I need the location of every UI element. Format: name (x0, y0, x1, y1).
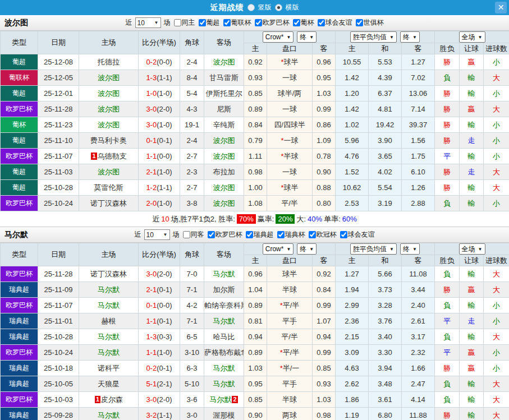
match-date: 25-11-03 (38, 164, 79, 180)
goals-result-cell: 大 (484, 282, 509, 298)
goals-result-cell: 小 (484, 117, 509, 133)
match-date: 25-10-28 (38, 329, 79, 345)
league-badge: 葡超 (1, 133, 38, 149)
match-date: 25-12-01 (38, 86, 79, 101)
league-checkbox-label: 葡杯 (301, 18, 314, 27)
odds-stage-select[interactable]: 终▼ (297, 31, 317, 43)
avg-draw-odds: 5.53 (369, 54, 402, 70)
handicap: 一球 (267, 70, 313, 86)
league-checkbox-label: 欧罗巴杯 (263, 18, 290, 27)
fulltime-score: 1-0 (146, 89, 157, 98)
score-cell: 1-3(1-1) (139, 70, 180, 86)
matches-table: 类型日期主场比分(半场)角球客场Crow*▼终▼胜平负均值▼终▼全场▼主盘口客主… (0, 243, 509, 420)
away-team: 布拉加 (204, 164, 244, 180)
league-checkbox[interactable] (356, 19, 363, 26)
league-checkbox-label: 世俱杯 (364, 18, 384, 27)
match-date: 25-09-28 (38, 408, 79, 420)
avg-type-select[interactable]: 胜平负均值▼ (350, 31, 397, 43)
result-cell: 負 (435, 70, 460, 86)
league-checkbox[interactable] (340, 231, 347, 238)
avg-away-odds: 1.26 (402, 180, 435, 196)
league-checkbox[interactable] (199, 19, 206, 26)
avg-home-odds: 1.02 (336, 117, 369, 133)
team-name-text: 波尔图 (213, 199, 235, 207)
score-cell: 1-1(0-1) (139, 313, 180, 329)
avg-draw-odds: 3.48 (369, 376, 402, 392)
handicap-result-cell: 輸 (460, 376, 484, 392)
league-checkbox[interactable] (255, 19, 262, 26)
goals-result-cell: 大 (484, 164, 509, 180)
single-rate-label: 单率: (324, 214, 341, 224)
match-date: 25-10-28 (38, 180, 79, 196)
league-badge: 欧罗巴杯 (1, 298, 38, 313)
col-header-corner: 角球 (180, 31, 204, 54)
match-count-select[interactable]: 10▼ (135, 17, 161, 28)
same-venue-checkbox[interactable] (183, 231, 190, 238)
col-header-hcap: 盘口 (267, 255, 313, 266)
radio-horizontal-layout[interactable] (275, 4, 282, 11)
goals-result-cell: 小 (484, 361, 509, 376)
select-value: 胜平负均值 (353, 244, 387, 254)
avg-type-select[interactable]: 胜平负均值▼ (350, 243, 397, 255)
league-checkbox[interactable] (293, 19, 300, 26)
home-odds: 0.90 (244, 408, 267, 420)
fulltime-score: 1-2 (146, 183, 157, 192)
result-cell: 勝 (435, 54, 460, 70)
league-checkbox[interactable] (208, 231, 215, 238)
home-odds: 1.11 (244, 149, 267, 164)
league-checkbox[interactable] (277, 231, 285, 238)
match-count-select[interactable]: 10▼ (144, 229, 170, 240)
avg-stage-select[interactable]: 终▼ (400, 31, 420, 43)
odds-source-select[interactable]: Crow*▼ (263, 243, 294, 255)
same-venue-checkbox[interactable] (174, 19, 181, 26)
avg-draw-odds: 19.42 (369, 117, 402, 133)
chevron-down-icon: ▼ (163, 232, 168, 237)
handicap-text: 一球 (282, 168, 297, 176)
table-row: 瑞典超25-09-28马尔默3-2(1-1)3-0渥那模0.90两球0.981.… (1, 408, 509, 420)
col-header-avg-a: 客 (402, 43, 435, 54)
avg-home-odds: 2.99 (336, 298, 369, 313)
match-date: 25-11-09 (38, 282, 79, 298)
col-header-avg-d: 和 (369, 43, 402, 54)
radio-vertical-layout[interactable] (247, 4, 255, 11)
league-checkbox[interactable] (223, 19, 231, 26)
fulltime-score: 2-1 (146, 168, 157, 176)
away-team: 马尔默 (204, 313, 244, 329)
close-icon[interactable]: ✕ (495, 2, 507, 13)
home-odds: 0.89 (244, 345, 267, 361)
home-team: 天狼星 (79, 376, 139, 392)
near-label: 近 (126, 18, 132, 27)
odds-stage-select[interactable]: 终▼ (297, 243, 317, 255)
result-cell: 負 (435, 392, 460, 408)
scope-select[interactable]: 全场▼ (459, 243, 485, 255)
score-cell: 2-1(1-0) (139, 164, 180, 180)
league-checkbox[interactable] (246, 231, 253, 238)
games-label: 场 (173, 230, 180, 239)
handicap-result-cell: 輸 (460, 86, 484, 101)
odds-source-select[interactable]: Crow*▼ (263, 31, 294, 43)
league-checkbox[interactable] (309, 231, 316, 238)
select-value: 终 (300, 244, 306, 254)
odds-group-header: Crow*▼终▼ (244, 243, 336, 255)
score-cell: 3-0(2-0) (139, 101, 180, 117)
away-team: 马尔默 (204, 266, 244, 282)
scope-select[interactable]: 全场▼ (459, 31, 485, 43)
avg-away-odds: 39.37 (402, 117, 435, 133)
league-checkbox[interactable] (318, 19, 325, 26)
goals-result-cell: 大 (484, 70, 509, 86)
summary-record: 场,胜7平1负2, 胜率: (171, 214, 235, 224)
league-badge: 欧罗巴杯 (1, 101, 38, 117)
match-rows: 欧罗巴杯25-11-28诺丁汉森林3-0(2-0)7-0马尔默0.96球半0.9… (1, 266, 509, 420)
away-team: 波尔图 (204, 133, 244, 149)
handicap-result-cell: 贏 (460, 54, 484, 70)
handicap: 平手 (267, 313, 313, 329)
handicap: 平/半 (267, 329, 313, 345)
col-header-goals: 进球数 (484, 43, 509, 54)
league-badge: 瑞典超 (1, 408, 38, 420)
single-rate-value: 60% (342, 215, 357, 223)
away-odds: 0.84 (313, 282, 336, 298)
avg-stage-select[interactable]: 终▼ (400, 243, 420, 255)
avg-group-header: 胜平负均值▼终▼ (336, 31, 435, 43)
goals-result-cell: 小 (484, 298, 509, 313)
halftime-score: (1-1) (157, 411, 172, 419)
